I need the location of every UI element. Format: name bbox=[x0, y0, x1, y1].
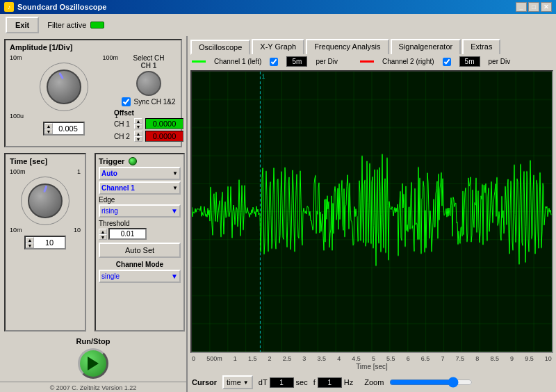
x-label-2.5: 2.5 bbox=[283, 355, 292, 362]
zoom-slider[interactable] bbox=[389, 377, 473, 388]
ch1-offset-input[interactable] bbox=[145, 118, 183, 129]
tab-frequency-analysis[interactable]: Frequency Analysis bbox=[306, 39, 389, 54]
ch1-per-div-input[interactable] bbox=[286, 56, 307, 67]
dt-unit: sec bbox=[296, 378, 308, 386]
edge-value: rising bbox=[101, 207, 118, 215]
left-panel: Amplitude [1/Div] 10m 100m bbox=[0, 36, 188, 392]
amp-scale-min2: 100u bbox=[10, 113, 24, 120]
tab-extras[interactable]: Extras bbox=[462, 39, 500, 54]
ch2-offset-up[interactable]: ▲ bbox=[134, 131, 142, 136]
x-label-1: 1 bbox=[234, 355, 237, 362]
trigger-auto-dropdown[interactable]: Auto ▼ bbox=[99, 167, 181, 180]
amplitude-down-btn[interactable]: ▼ bbox=[44, 129, 53, 134]
select-ch-panel: Select CH CH 1 Sync CH 1&2 Offset CH 1 bbox=[121, 54, 177, 143]
amp-scale-mid1: 10m bbox=[10, 54, 22, 61]
amplitude-input[interactable] bbox=[53, 124, 83, 133]
time-input[interactable] bbox=[34, 238, 65, 247]
x-label-5: 5 bbox=[372, 355, 375, 362]
offset-label: Offset bbox=[114, 109, 183, 117]
ch2-legend-label: Channel 2 (right) bbox=[382, 58, 434, 65]
channel-mode-arrow: ▼ bbox=[171, 272, 178, 280]
ch1-visible-checkbox[interactable] bbox=[270, 58, 278, 66]
cursor-type-dropdown[interactable]: time ▼ bbox=[222, 375, 253, 389]
trigger-channel-arrow: ▼ bbox=[172, 185, 178, 191]
select-ch-label: Select CH bbox=[133, 54, 164, 62]
ch2-offset-input[interactable] bbox=[145, 131, 183, 142]
ch2-per-div-input[interactable] bbox=[459, 56, 480, 67]
amplitude-section: Amplitude [1/Div] 10m 100m bbox=[4, 39, 182, 147]
channel-legend: Channel 1 (left) per Div Channel 2 (righ… bbox=[188, 54, 556, 69]
amplitude-knob-container bbox=[40, 63, 88, 111]
cursor-dt-input[interactable] bbox=[270, 377, 294, 388]
time-scale-topleft: 100m bbox=[10, 168, 26, 175]
trigger-auto-label: Auto bbox=[101, 170, 117, 177]
ch1-offset-down[interactable]: ▼ bbox=[134, 124, 142, 129]
threshold-up[interactable]: ▲ bbox=[99, 229, 107, 234]
x-label-4.5: 4.5 bbox=[352, 355, 361, 362]
amplitude-up-btn[interactable]: ▲ bbox=[44, 123, 53, 129]
x-axis-labels: 0 500m 1 1.5 2 2.5 3 3.5 4 4.5 5 5.5 6 6… bbox=[188, 355, 556, 362]
trigger-channel-label: Channel 1 bbox=[101, 184, 135, 192]
ch1-offset-label: CH 1 bbox=[114, 120, 131, 128]
cursor-f-field: f Hz bbox=[313, 377, 354, 388]
autoset-button[interactable]: Auto Set bbox=[99, 243, 181, 258]
tab-bar: Oscilloscope X-Y Graph Frequency Analysi… bbox=[188, 36, 556, 54]
trigger-auto-arrow: ▼ bbox=[172, 170, 178, 177]
channel-mode-dropdown[interactable]: single ▼ bbox=[99, 270, 181, 283]
ch1-offset-up[interactable]: ▲ bbox=[134, 118, 142, 124]
exit-button[interactable]: Exit bbox=[6, 17, 39, 33]
oscilloscope-display bbox=[190, 70, 553, 353]
filter-led bbox=[90, 22, 104, 28]
app-icon: ♪ bbox=[4, 2, 14, 12]
minimize-button[interactable]: _ bbox=[516, 2, 527, 12]
ch1-offset-row: CH 1 ▲ ▼ bbox=[114, 118, 183, 129]
ch2-offset-down[interactable]: ▼ bbox=[134, 136, 142, 142]
time-scale-bottomleft: 10m bbox=[10, 227, 22, 234]
edge-dropdown[interactable]: rising ▼ bbox=[99, 204, 181, 218]
ch2-offset-label: CH 2 bbox=[114, 133, 131, 140]
time-knob-container bbox=[21, 177, 70, 225]
title-bar: ♪ Soundcard Oszilloscope _ □ ✕ bbox=[0, 0, 556, 14]
x-label-7.5: 7.5 bbox=[456, 355, 465, 362]
close-button[interactable]: ✕ bbox=[541, 2, 552, 12]
sync-checkbox[interactable] bbox=[122, 97, 131, 106]
channel-mode-label: Channel Mode bbox=[99, 261, 181, 268]
amplitude-knob[interactable] bbox=[47, 70, 81, 104]
threshold-input[interactable] bbox=[108, 228, 147, 240]
time-up-btn[interactable]: ▲ bbox=[26, 237, 34, 243]
ch1-color-line bbox=[192, 60, 206, 63]
ch2-offset-row: CH 2 ▲ ▼ bbox=[114, 131, 183, 142]
trigger-label: Trigger bbox=[99, 157, 124, 165]
cursor-f-input[interactable] bbox=[318, 377, 342, 388]
x-label-6.5: 6.5 bbox=[421, 355, 430, 362]
amplitude-title: Amplitude [1/Div] bbox=[10, 43, 177, 51]
x-label-3.5: 3.5 bbox=[317, 355, 326, 362]
f-label: f bbox=[313, 378, 316, 386]
ch2-visible-checkbox[interactable] bbox=[443, 58, 451, 66]
x-axis-title: Time [sec] bbox=[188, 363, 556, 370]
tab-signalgenerator[interactable]: Signalgenerator bbox=[391, 39, 461, 54]
maximize-button[interactable]: □ bbox=[528, 2, 539, 12]
trigger-led bbox=[129, 157, 137, 165]
x-label-500m: 500m bbox=[206, 355, 222, 362]
run-stop-icon bbox=[88, 357, 99, 370]
x-label-9.5: 9.5 bbox=[525, 355, 534, 362]
x-label-2: 2 bbox=[268, 355, 272, 362]
ch1-select-knob[interactable] bbox=[136, 71, 161, 96]
top-bar: Exit Filter active bbox=[0, 14, 556, 36]
run-stop-button[interactable] bbox=[78, 348, 108, 379]
x-label-3: 3 bbox=[302, 355, 306, 362]
threshold-down[interactable]: ▼ bbox=[99, 234, 107, 240]
trigger-channel-dropdown[interactable]: Channel 1 ▼ bbox=[99, 181, 181, 195]
tab-xy-graph[interactable]: X-Y Graph bbox=[252, 39, 304, 54]
x-label-6: 6 bbox=[407, 355, 410, 362]
x-label-7: 7 bbox=[441, 355, 444, 362]
x-label-10: 10 bbox=[545, 355, 552, 362]
time-section: Time [sec] 100m 1 10m 10 bbox=[4, 153, 86, 332]
ch2-per-div-unit: per Div bbox=[489, 58, 511, 65]
sync-row: Sync CH 1&2 bbox=[122, 97, 175, 106]
ch1-indicator: CH 1 bbox=[141, 62, 157, 70]
time-down-btn[interactable]: ▼ bbox=[26, 243, 34, 248]
cursor-label: Cursor bbox=[192, 378, 217, 386]
tab-oscilloscope[interactable]: Oscilloscope bbox=[190, 40, 250, 55]
